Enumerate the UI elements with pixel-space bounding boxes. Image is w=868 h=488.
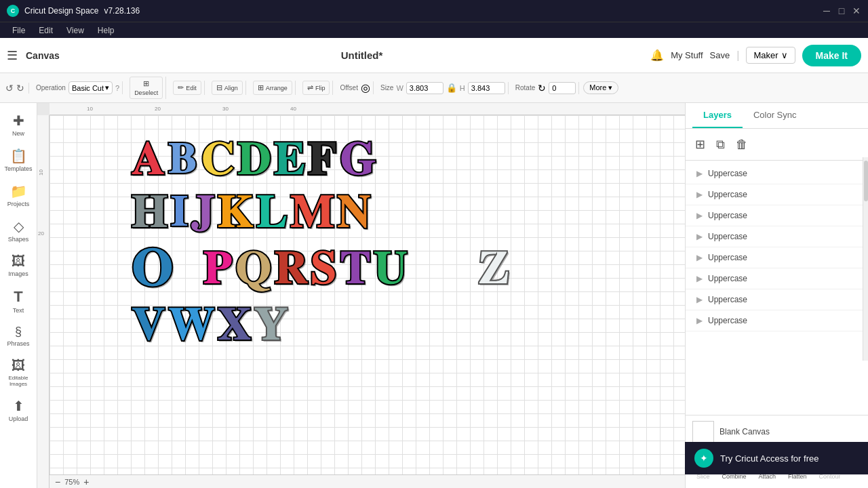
letter-N: 𝐍 xyxy=(336,188,370,235)
alphabet-row-3: 𝐎 𝐏 𝐐 𝐑 𝐒 𝐓 𝐔 𝐙 xyxy=(131,241,508,294)
layer-item[interactable]: ▶ Uppercase xyxy=(686,184,868,205)
notifications-bell[interactable]: 🔔 xyxy=(650,49,664,62)
menu-help[interactable]: Help xyxy=(92,24,120,37)
size-group: Size W 🔒 H xyxy=(378,82,509,94)
layer-item[interactable]: ▶ Uppercase xyxy=(686,247,868,268)
zoom-out-button[interactable]: − xyxy=(55,476,60,487)
delete-layer-button[interactable]: 🗑 xyxy=(733,134,751,155)
sidebar-item-templates[interactable]: 📋 Templates xyxy=(3,144,34,176)
templates-label: Templates xyxy=(4,165,32,172)
arrange-icon: ⊞ xyxy=(258,83,264,92)
shapes-label: Shapes xyxy=(8,236,29,243)
duplicate-layer-button[interactable]: ⧉ xyxy=(713,134,728,155)
layers-list: ▶ Uppercase ▶ Uppercase ▶ Uppercase ▶ Up… xyxy=(686,161,868,415)
letter-J: 𝐉 xyxy=(191,188,214,235)
minimize-button[interactable]: ─ xyxy=(822,6,831,16)
new-icon: ✚ xyxy=(13,113,24,129)
arrange-button[interactable]: ⊞ Arrange xyxy=(253,81,292,95)
editable-images-icon: 🖼 xyxy=(12,358,25,373)
size-label: Size xyxy=(380,84,393,92)
rotate-icon: ↻ xyxy=(538,83,546,94)
sidebar-item-images[interactable]: 🖼 Images xyxy=(3,249,34,281)
panel-actions: ⊞ ⧉ 🗑 xyxy=(686,129,868,161)
sidebar-item-phrases[interactable]: § Phrases xyxy=(3,321,34,351)
menu-file[interactable]: File xyxy=(7,24,31,37)
layer-item[interactable]: ▶ Uppercase xyxy=(686,205,868,226)
make-it-button[interactable]: Make It xyxy=(802,45,861,66)
offset-icon[interactable]: ◎ xyxy=(361,81,370,94)
lock-icon[interactable]: 🔒 xyxy=(446,83,457,93)
layer-item[interactable]: ▶ Uppercase xyxy=(686,163,868,184)
align-button[interactable]: ⊟ Align xyxy=(212,81,243,95)
letter-T: 𝐓 xyxy=(339,245,370,291)
arrange-group: ⊞ Arrange xyxy=(250,81,296,95)
arrange-label: Arrange xyxy=(266,85,288,92)
my-stuff-button[interactable]: My Stuff xyxy=(671,50,703,60)
close-button[interactable]: ✕ xyxy=(852,6,861,16)
tab-layers[interactable]: Layers xyxy=(692,103,743,128)
sidebar-item-upload[interactable]: ⬆ Upload xyxy=(3,394,34,426)
offset-group: Offset ◎ xyxy=(337,81,374,94)
layer-icon: ▶ xyxy=(696,190,703,199)
scroll-thumb xyxy=(864,161,868,201)
operation-help[interactable]: ? xyxy=(115,84,119,92)
zoom-in-button[interactable]: + xyxy=(83,476,89,487)
left-sidebar: ✚ New 📋 Templates 📁 Projects ◇ Shapes 🖼 … xyxy=(0,103,37,488)
deselect-group: ⊞ Deselect xyxy=(127,77,166,99)
scrollbar[interactable] xyxy=(863,157,868,361)
sidebar-item-editable-images[interactable]: 🖼 Editable Images xyxy=(3,354,34,391)
layer-label: Uppercase xyxy=(708,274,747,283)
layer-icon: ▶ xyxy=(696,169,703,178)
tab-color-sync[interactable]: Color Sync xyxy=(743,103,808,128)
letter-W: 𝐖 xyxy=(167,301,214,347)
layer-item[interactable]: ▶ Uppercase xyxy=(686,310,868,331)
project-title: Untitled* xyxy=(79,49,645,61)
operation-select[interactable]: Basic Cut ▾ xyxy=(68,81,113,94)
ruler-tick-10: 10 xyxy=(87,106,93,112)
rotate-label: Rotate xyxy=(515,84,535,92)
letter-B: 𝐁 xyxy=(167,137,197,180)
layer-item[interactable]: ▶ Uppercase xyxy=(686,289,868,310)
menu-view[interactable]: View xyxy=(61,24,90,37)
save-button[interactable]: Save xyxy=(710,50,730,60)
flip-button[interactable]: ⇌ Flip xyxy=(302,81,330,95)
height-input[interactable] xyxy=(468,82,505,94)
undo-button[interactable]: ↺ xyxy=(5,83,14,94)
canvas-area[interactable]: 10 20 30 40 10 20 𝐀 𝐁 𝐂 𝐃 𝐄 xyxy=(37,103,685,488)
main-content: ✚ New 📋 Templates 📁 Projects ◇ Shapes 🖼 … xyxy=(0,103,868,488)
width-input[interactable] xyxy=(406,82,443,94)
canvas-content[interactable]: 𝐀 𝐁 𝐂 𝐃 𝐄 𝐅 𝐆 𝐇 𝐈 𝐉 𝐊 𝐋 xyxy=(50,115,685,474)
operation-value: Basic Cut xyxy=(72,84,104,92)
maximize-button[interactable]: □ xyxy=(837,6,846,16)
rotate-input[interactable] xyxy=(549,82,576,94)
access-banner-text: Try Cricut Access for free xyxy=(720,453,818,464)
alphabet-row-4: 𝐕 𝐖 𝐗 𝐘 xyxy=(131,301,508,347)
sidebar-item-new[interactable]: ✚ New xyxy=(3,108,34,141)
sidebar-item-shapes[interactable]: ◇ Shapes xyxy=(3,214,34,247)
access-banner[interactable]: ✦ Try Cricut Access for free xyxy=(685,442,868,474)
align-label: Align xyxy=(224,85,238,92)
hamburger-menu[interactable]: ☰ xyxy=(7,48,18,63)
sidebar-item-projects[interactable]: 📁 Projects xyxy=(3,179,34,211)
menu-edit[interactable]: Edit xyxy=(33,24,58,37)
more-button[interactable]: More ▾ xyxy=(583,81,618,94)
layer-item[interactable]: ▶ Uppercase xyxy=(686,268,868,289)
ruler-tick-40: 40 xyxy=(290,106,296,112)
edit-group: ✏ Edit xyxy=(170,81,205,95)
layer-icon: ▶ xyxy=(696,253,703,262)
letter-K: 𝐊 xyxy=(217,188,252,235)
upload-icon: ⬆ xyxy=(13,398,24,414)
group-layers-button[interactable]: ⊞ xyxy=(692,134,708,155)
sidebar-item-text[interactable]: T Text xyxy=(3,284,34,318)
deselect-button[interactable]: ⊞ Deselect xyxy=(130,77,163,99)
height-label: H xyxy=(460,84,465,92)
maker-selector[interactable]: Maker ∨ xyxy=(746,47,795,64)
redo-button[interactable]: ↻ xyxy=(16,83,24,94)
ruler-mark-20: 20 xyxy=(38,230,44,237)
upload-label: Upload xyxy=(9,415,28,422)
flip-icon: ⇌ xyxy=(307,83,313,92)
layer-item[interactable]: ▶ Uppercase xyxy=(686,226,868,247)
main-toolbar: ☰ Canvas Untitled* 🔔 My Stuff Save | Mak… xyxy=(0,38,868,73)
edit-button[interactable]: ✏ Edit xyxy=(173,81,201,95)
zoom-bar: − 75% + xyxy=(50,474,685,488)
